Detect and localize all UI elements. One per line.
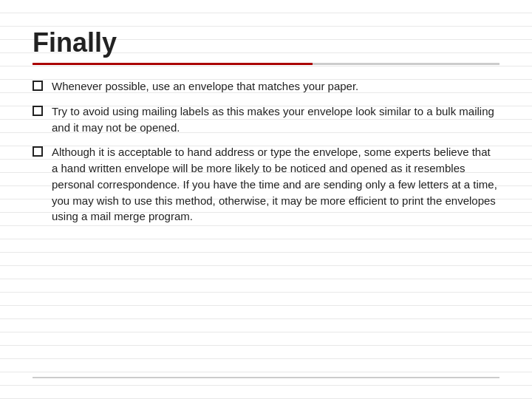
slide-content: Finally Whenever possible, use an envelo…	[33, 27, 499, 372]
bullet-text-2: Try to avoid using mailing labels as thi…	[52, 103, 499, 136]
title-underline	[33, 63, 499, 65]
slide-title: Finally	[33, 27, 499, 58]
bullet-item-3: Although it is acceptable to hand addres…	[33, 144, 499, 225]
bullet-text-1: Whenever possible, use an envelope that …	[52, 78, 499, 95]
bullet-item-2: Try to avoid using mailing labels as thi…	[33, 103, 499, 136]
slide: Finally Whenever possible, use an envelo…	[0, 0, 532, 399]
bullet-text-3: Although it is acceptable to hand addres…	[52, 144, 499, 225]
bullet-item-1: Whenever possible, use an envelope that …	[33, 78, 499, 95]
bottom-divider	[33, 377, 499, 378]
bullet-list: Whenever possible, use an envelope that …	[33, 78, 499, 225]
bullet-marker-3	[33, 146, 43, 157]
bullet-marker-1	[33, 81, 43, 91]
bullet-marker-2	[33, 106, 43, 116]
